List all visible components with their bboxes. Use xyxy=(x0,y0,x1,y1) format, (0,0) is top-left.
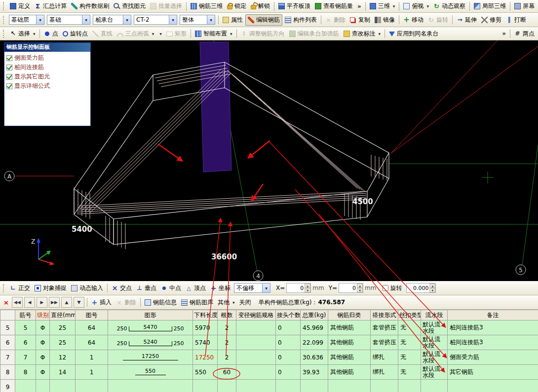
cell-bar-no[interactable] xyxy=(15,380,36,392)
cell-var-dia-spec[interactable] xyxy=(236,321,276,335)
panel-checkbox-show-detail-formula[interactable]: 显示详细公式 xyxy=(6,82,88,90)
table-row[interactable]: 6 6 Φ 25 64 2505240250 5740 2 0 22.099 其… xyxy=(0,335,538,350)
cell-flow-section[interactable]: 默认流水段 xyxy=(421,335,448,350)
cell-lap-type[interactable]: 套管挤压 xyxy=(371,321,398,335)
cell-figure-no[interactable]: 64 xyxy=(76,321,108,335)
rebar-gallery-button[interactable]: 钢筋图库 xyxy=(179,297,215,308)
cell-count[interactable]: 2 xyxy=(218,335,236,350)
align-slab-top-button[interactable]: 平齐板顶 xyxy=(276,1,312,11)
cell-bar-no[interactable]: 6 xyxy=(15,335,36,350)
insert-row-button[interactable]: 插入 xyxy=(89,297,114,308)
rebar-info-button[interactable]: 钢筋信息 xyxy=(143,297,179,308)
row-number[interactable]: 9 xyxy=(0,380,15,392)
cell-rebar-category[interactable]: 其他钢筋 xyxy=(328,350,371,365)
cell-cut-length[interactable] xyxy=(193,380,218,392)
cell-flow-section[interactable]: 默认流水段 xyxy=(421,350,448,365)
cell-cut-length[interactable]: 5740 xyxy=(193,335,218,350)
smart-layout-button[interactable]: 智能布置 xyxy=(193,29,234,39)
col-header-diameter[interactable]: 直径(mm) xyxy=(50,310,76,321)
orbit-button[interactable]: 动态观察 xyxy=(431,1,467,11)
col-header-flow-section[interactable]: 流水段 xyxy=(421,310,448,321)
define-button[interactable]: 定义 xyxy=(8,1,32,11)
cell-var-dia-spec[interactable] xyxy=(236,350,276,365)
toolbar-overflow-chevron[interactable] xyxy=(355,2,363,11)
mirror-button[interactable]: 镜像 xyxy=(373,15,397,25)
offset-mode-combo[interactable]: 不偏移▼ xyxy=(234,283,270,293)
chevron-down-icon[interactable]: ▼ xyxy=(207,15,215,24)
other-menu-button[interactable]: 其他 xyxy=(216,297,237,308)
cell-shape[interactable] xyxy=(108,380,193,392)
perpendicular-snap-button[interactable]: 垂点 xyxy=(134,283,158,293)
edit-annotation-button[interactable]: 查改标注 xyxy=(342,29,383,39)
cell-note[interactable] xyxy=(448,380,538,392)
extend-button[interactable]: 延伸 xyxy=(455,15,479,25)
edit-rebar-button[interactable]: 编辑钢筋 xyxy=(245,14,282,26)
cell-shape[interactable]: 2505240250 xyxy=(108,335,193,350)
table-row[interactable]: 8 8 Φ 14 1 550 550 60 0 39.93 其他钢筋 绑扎 无 … xyxy=(0,365,538,380)
chevron-down-icon[interactable]: ▼ xyxy=(123,15,131,24)
cell-shape[interactable]: 2505470250 xyxy=(108,321,193,335)
col-header-joint-count[interactable]: 接头个数 xyxy=(276,310,301,321)
adjust-rebar-dir-button[interactable]: 调整钢筋方向 xyxy=(239,29,287,39)
chevron-down-icon[interactable]: ▼ xyxy=(262,284,270,292)
first-row-button[interactable]: ◀◀ xyxy=(12,297,23,308)
table-row[interactable]: 7 7 Φ 12 1 17250 17250 2 0 30.636 其他钢筋 绑… xyxy=(0,350,538,365)
col-header-count[interactable]: 根数 xyxy=(218,310,236,321)
rect-button[interactable]: 矩形 xyxy=(164,29,189,39)
cell-joint-count[interactable]: 0 xyxy=(276,321,301,335)
dynamic-input-toggle-button[interactable]: 动态输入 xyxy=(69,283,105,293)
table-row[interactable]: 5 5 Φ 25 64 2505470250 5970 2 0 45.969 其… xyxy=(0,321,538,335)
cell-thread-type[interactable]: 无 xyxy=(398,321,421,335)
cell-figure-no[interactable] xyxy=(76,380,108,392)
cell-joint-count[interactable]: 0 xyxy=(276,350,301,365)
col-header-rebar-category[interactable]: 钢筋归类 xyxy=(328,310,371,321)
cell-note[interactable]: 桩间连接筋3 xyxy=(448,335,538,350)
col-header-note[interactable]: 备注 xyxy=(448,310,538,321)
cell-flow-section[interactable] xyxy=(421,380,448,392)
x-spinner[interactable]: ▲▼ xyxy=(305,284,310,292)
line-button[interactable]: 直线 xyxy=(90,29,115,39)
rotate-button[interactable]: 旋转 xyxy=(426,15,450,25)
unlock-button[interactable]: 解锁 xyxy=(249,1,272,11)
summary-calc-button[interactable]: 汇总计算 xyxy=(33,1,69,11)
element-type-combo[interactable]: 桩承台▼ xyxy=(93,15,131,25)
rebar-3d-button[interactable]: 钢筋三维 xyxy=(189,1,225,11)
cell-lap-type[interactable]: 绑扎 xyxy=(371,365,398,380)
angle-input[interactable] xyxy=(407,285,429,291)
cell-count[interactable] xyxy=(218,380,236,392)
floor-combo[interactable]: 基础层▼ xyxy=(9,15,44,25)
cell-figure-no[interactable]: 1 xyxy=(76,365,108,380)
cell-count[interactable]: 2 xyxy=(218,350,236,365)
two-point-button[interactable]: 两点 xyxy=(512,29,537,39)
arc-3pt-button[interactable]: 三点画弧 xyxy=(115,29,156,39)
cell-thread-type[interactable]: 无 xyxy=(398,350,421,365)
intersection-snap-button[interactable]: 交点 xyxy=(110,283,134,293)
delete-row-button[interactable]: 删除 xyxy=(114,297,138,308)
cell-bar-no[interactable]: 8 xyxy=(15,365,36,380)
col-header-lap-type[interactable]: 搭接形式 xyxy=(371,310,398,321)
cell-level[interactable]: Φ xyxy=(36,350,50,365)
cell-total-weight[interactable]: 22.099 xyxy=(301,335,328,350)
object-snap-toggle-button[interactable]: 对象捕捉 xyxy=(33,283,69,293)
midpoint-snap-button[interactable]: 中点 xyxy=(159,283,183,293)
component-list-button[interactable]: 构件列表 xyxy=(283,15,319,25)
cell-total-weight[interactable] xyxy=(301,380,328,392)
edit-cap-extra-rebar-button[interactable]: 编辑承台加强筋 xyxy=(287,29,341,39)
toolbar-overflow-chevron[interactable] xyxy=(500,29,508,38)
view-rebar-qty-button[interactable]: 查看钢筋量 xyxy=(313,1,355,11)
pilecap-wireframe[interactable] xyxy=(74,62,389,245)
apply-to-same-cap-button[interactable]: 应用到同名承台 xyxy=(387,29,440,39)
cell-level[interactable]: Φ xyxy=(36,321,50,335)
coordinate-snap-button[interactable]: 坐标 xyxy=(208,283,232,293)
cell-flow-section[interactable]: 默认流水段 xyxy=(421,365,448,380)
cell-flow-section[interactable]: 默认流水段 xyxy=(421,321,448,335)
cell-figure-no[interactable]: 64 xyxy=(76,335,108,350)
copy-button[interactable]: 复制 xyxy=(348,15,372,25)
top-view-button[interactable]: 俯视 xyxy=(401,1,431,11)
panel-title-bar[interactable]: 钢筋显示控制面板 xyxy=(4,43,90,52)
cell-diameter[interactable]: 14 xyxy=(50,365,76,380)
col-header-cut-length[interactable]: 下料长度 xyxy=(193,310,218,321)
cell-note[interactable]: 侧面受力筋 xyxy=(448,350,538,365)
cell-total-weight[interactable]: 39.93 xyxy=(301,365,328,380)
cell-level[interactable]: Φ xyxy=(36,335,50,350)
